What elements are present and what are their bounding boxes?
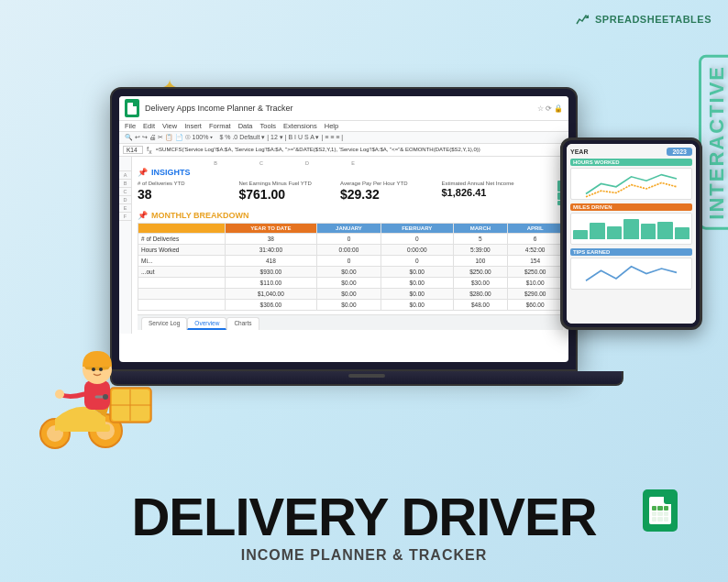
row-net-mar: $48.00	[453, 299, 508, 310]
metrics-row: # of Deliveries YTD 38 Net Earnings Minu…	[138, 181, 563, 205]
menu-data[interactable]: Data	[238, 122, 253, 130]
table-row: # of Deliveries 38 0 0 5 6	[138, 233, 563, 244]
row-extra-mar: $30.00	[453, 277, 508, 288]
row-net-jan: $0.00	[316, 299, 381, 310]
row-miles-mar: 100	[453, 255, 508, 266]
delivery-character-svg	[18, 289, 165, 463]
svg-rect-5	[60, 424, 110, 432]
insights-section-header: 📌 INSIGHTS	[138, 168, 563, 177]
brand-chart-icon	[574, 11, 590, 27]
miles-bars	[571, 214, 691, 241]
table-row: Hours Worked 31:40:00 0:00:00 0:00:00 5:…	[138, 244, 563, 255]
bar-1	[573, 230, 588, 239]
row-miles-apr: 154	[508, 255, 563, 266]
cell-reference[interactable]: K14	[123, 146, 143, 154]
row-extra-jan: $0.00	[316, 277, 381, 288]
monthly-table: YEAR TO DATE JANUARY FEBRUARY MARCH APRI…	[138, 223, 563, 311]
bar-5	[641, 224, 656, 239]
row-total-feb: $0.00	[381, 288, 453, 299]
tablet-miles-chart	[570, 213, 692, 245]
row-total-ytd: $1,040.00	[225, 288, 316, 299]
tab-charts[interactable]: Charts	[226, 317, 259, 330]
svg-point-14	[55, 390, 64, 399]
sheets-cell-3	[664, 511, 668, 516]
table-row: $1,040.00 $0.00 $0.00 $280.00 $290.00	[138, 288, 563, 299]
row-hours-ytd: 31:40:00	[225, 244, 316, 255]
sheets-cell-5	[657, 517, 662, 522]
menu-edit[interactable]: Edit	[143, 122, 155, 130]
svg-point-13	[99, 368, 103, 371]
menu-view[interactable]: View	[162, 122, 177, 130]
bar-6	[657, 222, 672, 240]
row-payout-feb: $0.00	[381, 266, 453, 277]
tablet-miles-header: MILES DRIVEN	[570, 203, 692, 211]
menu-format[interactable]: Format	[209, 122, 231, 130]
bar-7	[675, 227, 689, 239]
formula-bar: K14 fx =SUMCFS('Service Log'!$A:$A, 'Ser…	[119, 144, 568, 157]
tips-chart-svg	[571, 258, 691, 289]
row-net-ytd: $306.00	[225, 299, 316, 310]
row-hours-feb: 0:00:00	[381, 244, 453, 255]
sheets-cell-4	[652, 517, 656, 522]
tab-overview[interactable]: Overview	[187, 317, 226, 330]
menu-extensions[interactable]: Extensions	[283, 122, 317, 130]
tablet-tips-section: TIPS EARNED	[570, 248, 692, 290]
table-row: ...out $930.00 $0.00 $0.00 $250.00 $250.…	[138, 266, 563, 277]
menu-file[interactable]: File	[125, 122, 136, 130]
tablet-hours-header: HOURS WORKED	[570, 159, 692, 166]
toolbar-format: $ % .0 Default ▾ | 12 ▾ | B I U S A ▾ | …	[219, 134, 343, 141]
row-total-mar: $280.00	[453, 288, 508, 299]
sheets-title: Delivery Apps Income Planner & Tracker	[145, 104, 293, 113]
delivery-character	[18, 289, 165, 463]
metric-net-earnings-label: Net Earnings Minus Fuel YTD	[239, 181, 332, 186]
row-payout-ytd: $930.00	[225, 266, 316, 277]
row-extra-feb: $0.00	[381, 277, 453, 288]
col-header-mar: MARCH	[453, 223, 508, 233]
col-header-empty	[138, 223, 226, 233]
col-header-ytd: YEAR TO DATE	[225, 223, 316, 233]
row-total-jan: $0.00	[316, 288, 381, 299]
metric-deliveries-value: 38	[138, 187, 230, 202]
row-miles-label: Mi...	[138, 255, 226, 266]
laptop-device: Delivery Apps Income Planner & Tracker ☆…	[110, 87, 623, 399]
table-row: $306.00 $0.00 $0.00 $48.00 $60.00	[138, 299, 563, 310]
sheet-tabs[interactable]: Service Log Overview Charts	[138, 314, 563, 330]
row-hours-apr: 4:52:00	[508, 244, 563, 255]
row-deliveries-jan: 0	[316, 233, 381, 244]
row-deliveries-ytd: 38	[225, 233, 316, 244]
sheets-cell-header-1	[652, 506, 656, 511]
row-payout-apr: $250.00	[508, 266, 563, 277]
col-header-feb: FEBRUARY	[381, 223, 453, 233]
sheets-cell-6	[664, 517, 668, 522]
row-deliveries-apr: 6	[508, 233, 563, 244]
tablet-hours-section: HOURS WORKED	[570, 159, 692, 200]
row-payout-jan: $0.00	[316, 266, 381, 277]
breakdown-pin-icon: 📌	[138, 211, 148, 220]
bar-3	[607, 226, 622, 239]
brand-name: SPREADSHEETABLES	[595, 14, 711, 25]
metric-net-earnings: Net Earnings Minus Fuel YTD $761.00	[239, 181, 332, 205]
tablet-content: YEAR 2023 HOURS WORKED MILES DRIVEN	[567, 144, 696, 324]
row-total-apr: $290.00	[508, 288, 563, 299]
row-miles-jan: 0	[316, 255, 381, 266]
menu-help[interactable]: Help	[325, 122, 338, 130]
hours-chart-svg	[571, 169, 691, 199]
metric-avg-pay-label: Average Pay Per Hour YTD	[340, 181, 433, 186]
row-net-apr: $60.00	[508, 299, 563, 310]
breakdown-label: MONTHLY BREAKDOWN	[151, 211, 249, 220]
laptop-screen: Delivery Apps Income Planner & Tracker ☆…	[119, 96, 568, 362]
menu-tools[interactable]: Tools	[260, 122, 277, 130]
sheets-menu-bar[interactable]: File Edit View Insert Format Data Tools …	[119, 121, 568, 132]
sheets-cell-1	[652, 511, 656, 516]
laptop-base	[110, 371, 623, 386]
interactive-label: INTERACTIVE	[699, 55, 728, 230]
svg-point-12	[92, 368, 95, 371]
metric-deliveries-label: # of Deliveries YTD	[138, 181, 230, 186]
brand-logo: SPREADSHEETABLES	[574, 11, 711, 27]
tablet-screen: YEAR 2023 HOURS WORKED MILES DRIVEN	[567, 144, 696, 324]
row-miles-ytd: 418	[225, 255, 316, 266]
google-sheets-icon	[643, 489, 678, 532]
metric-annual-label: Estimated Annual Net Income	[442, 181, 535, 186]
main-title: DELIVERY DRIVER	[0, 490, 728, 544]
menu-insert[interactable]: Insert	[184, 122, 202, 130]
